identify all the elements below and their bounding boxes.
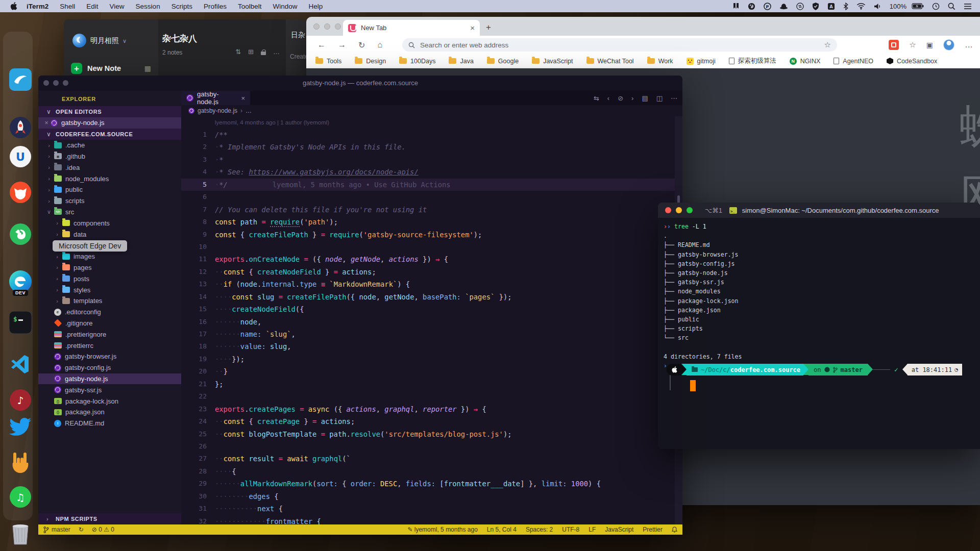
indentation-setting[interactable]: Spaces: 2: [526, 526, 553, 533]
fox-app-icon[interactable]: [8, 180, 33, 205]
workspace-root-header[interactable]: ∨CODERFEE.COM.SOURCE: [38, 129, 181, 140]
grid-view-icon[interactable]: ⊞: [248, 48, 254, 56]
cursor-position[interactable]: Ln 5, Col 4: [487, 526, 517, 533]
tab-close-icon[interactable]: ×: [470, 23, 475, 32]
terminal-titlebar[interactable]: ⌥⌘1 >_ simon@SimonMac: ~/Documents/com.g…: [658, 203, 980, 218]
menu-item-session[interactable]: Session: [130, 3, 166, 10]
tree-item-.github[interactable]: ›◉.github: [38, 151, 181, 162]
1password-icon[interactable]: P: [760, 0, 775, 12]
tree-item-gatsby-ssr.js[interactable]: gatsby-ssr.js: [38, 384, 181, 395]
blue-app-icon[interactable]: [8, 67, 33, 92]
battery-icon[interactable]: [908, 0, 928, 12]
back-icon[interactable]: ←: [317, 40, 326, 49]
menu-item-scripts[interactable]: Scripts: [166, 3, 198, 10]
browser-active-tab[interactable]: New Tab ×: [343, 20, 480, 36]
nav-forward-icon[interactable]: ›: [631, 94, 633, 102]
favorites-bar-icon[interactable]: ☆: [909, 40, 916, 49]
problems-indicator[interactable]: ⊘ 0 ⚠ 0: [92, 526, 114, 533]
reload-icon[interactable]: ↻: [358, 40, 365, 50]
language-mode[interactable]: JavaScript: [605, 526, 633, 533]
extension-icon[interactable]: [889, 40, 899, 50]
new-tab-button[interactable]: +: [486, 23, 491, 32]
sort-icon[interactable]: ⇅: [235, 48, 241, 56]
ulysses-app-icon[interactable]: U: [8, 144, 33, 169]
compare-icon[interactable]: ⇆: [594, 94, 599, 102]
git-branch-indicator[interactable]: master: [43, 526, 70, 533]
window-controls[interactable]: [313, 23, 341, 30]
preview-icon[interactable]: ▤: [642, 94, 648, 102]
tree-item-styles[interactable]: ›styles: [38, 284, 181, 295]
tree-item-images[interactable]: ›images: [38, 251, 181, 262]
tree-item-.prettierrc[interactable]: .prettierrc: [38, 340, 181, 351]
menu-item-shell[interactable]: Shell: [54, 3, 81, 10]
evernote-icon[interactable]: [744, 0, 760, 12]
slash-circle-icon[interactable]: ⊘: [618, 94, 623, 102]
sync-icon[interactable]: [792, 0, 808, 12]
editor-tab[interactable]: gatsby-node.js ×: [181, 91, 250, 105]
new-note-button[interactable]: + New Note: [71, 63, 121, 74]
tree-item-posts[interactable]: ›posts: [38, 273, 181, 284]
tree-item-gatsby-node.js[interactable]: gatsby-node.js: [38, 373, 181, 385]
paste-icon[interactable]: [728, 0, 744, 12]
tree-item-node_modules[interactable]: ›node_modules: [38, 173, 181, 184]
menu-item-profiles[interactable]: Profiles: [198, 3, 232, 10]
codelens-annotation[interactable]: lyemoml, 4 months ago | 1 author (lyemom…: [181, 116, 675, 129]
settings-more-icon[interactable]: …: [965, 40, 973, 49]
note-item-title[interactable]: 日杂: [291, 31, 305, 40]
open-editor-item[interactable]: × gatsby-node.js: [38, 117, 181, 129]
tree-item-.gitignore[interactable]: .gitignore: [38, 318, 181, 329]
sync-changes-button[interactable]: ↻: [79, 526, 84, 533]
menu-app-name[interactable]: iTerm2: [18, 3, 54, 10]
tree-item-pages[interactable]: ›pages: [38, 262, 181, 273]
tree-item-data[interactable]: ›data: [38, 229, 181, 240]
gitlens-blame[interactable]: ✎ lyemoml, 5 months ago: [407, 526, 477, 533]
bookmark-JavaScript[interactable]: JavaScript: [532, 58, 573, 65]
collections-icon[interactable]: ▣: [926, 41, 933, 49]
bookmark-gitmoji[interactable]: gitmoji: [687, 58, 716, 65]
lock-icon[interactable]: [261, 49, 266, 55]
tree-item-components[interactable]: ›components: [38, 217, 181, 229]
encoding-setting[interactable]: UTF-8: [562, 526, 579, 533]
breadcrumb[interactable]: gatsby-node.js › …: [181, 105, 682, 116]
green-music-app-icon[interactable]: ♫: [8, 485, 33, 509]
evernote-app-icon[interactable]: [8, 222, 33, 246]
trash-icon[interactable]: [8, 522, 33, 546]
hand-gesture-app-icon[interactable]: [8, 450, 33, 475]
bookmark-Java[interactable]: Java: [449, 58, 473, 65]
bookmark-Tools[interactable]: Tools: [315, 58, 341, 65]
notes-view-toggle-icon[interactable]: ▦: [144, 64, 151, 72]
volume-icon[interactable]: [870, 0, 886, 12]
nav-back-icon[interactable]: ‹: [607, 94, 609, 102]
forward-icon[interactable]: →: [338, 40, 346, 49]
tree-item-package.json[interactable]: {}package.json: [38, 407, 181, 418]
tab-close-icon[interactable]: ×: [241, 94, 245, 102]
bookmark-100Days[interactable]: 100Days: [399, 58, 435, 65]
apple-menu-icon[interactable]: [10, 2, 18, 10]
bookmark-WeChat Tool[interactable]: WeChat Tool: [586, 58, 634, 65]
more-actions-icon[interactable]: ⋯: [671, 94, 677, 102]
tree-item-package-lock.json[interactable]: {}package-lock.json: [38, 395, 181, 407]
menu-item-help[interactable]: Help: [303, 3, 328, 10]
bookmark-CodeSandbox[interactable]: CodeSandbox: [887, 58, 937, 65]
notes-account-avatar[interactable]: [72, 34, 86, 47]
more-options-icon[interactable]: …: [273, 48, 280, 56]
input-source-a-icon[interactable]: A: [823, 0, 839, 12]
bluetooth-icon[interactable]: [839, 0, 852, 12]
tree-item-.idea[interactable]: ›.idea: [38, 162, 181, 173]
terminal-app-icon[interactable]: $: [8, 310, 33, 335]
close-icon[interactable]: ×: [42, 119, 51, 127]
menu-item-window[interactable]: Window: [267, 3, 303, 10]
notes-account-name[interactable]: 明月相照∨: [90, 36, 127, 45]
tree-item-templates[interactable]: ›templates: [38, 295, 181, 307]
tree-item-.editorconfig[interactable]: e.editorconfig: [38, 307, 181, 318]
rocket-app-icon[interactable]: [8, 115, 33, 140]
menu-item-view[interactable]: View: [104, 3, 130, 10]
code-editor[interactable]: lyemoml, 4 months ago | 1 author (lyemom…: [181, 116, 675, 524]
tree-item-public[interactable]: ›public: [38, 184, 181, 195]
red-music-app-icon[interactable]: ♪: [8, 388, 33, 412]
window-controls[interactable]: [43, 80, 68, 86]
menu-item-toolbelt[interactable]: Toolbelt: [232, 3, 267, 10]
bookmark-探索初级算法[interactable]: 探索初级算法: [729, 57, 776, 65]
tree-item-.prettierignore[interactable]: .prettierignore: [38, 329, 181, 340]
formatter-indicator[interactable]: Prettier: [643, 526, 663, 533]
